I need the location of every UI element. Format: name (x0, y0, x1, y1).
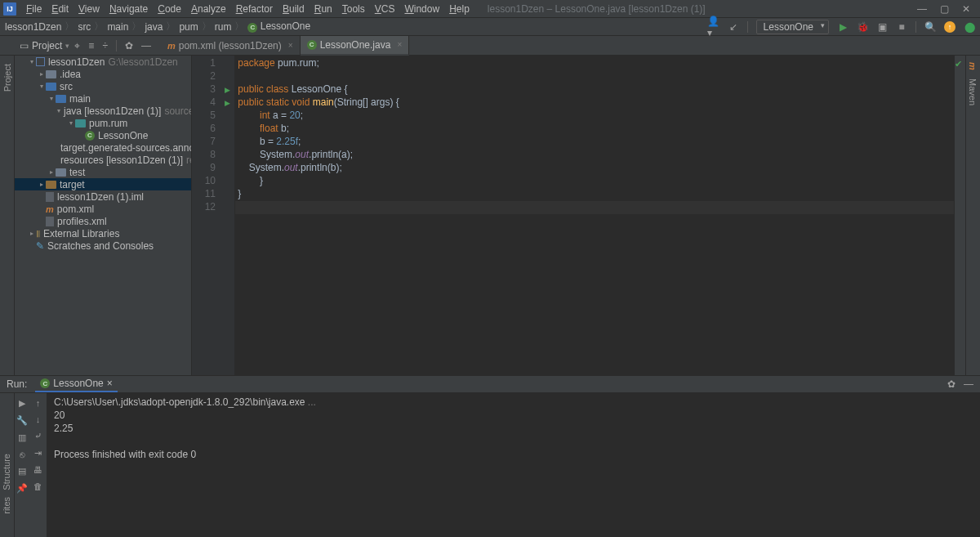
menu-edit[interactable]: Edit (47, 2, 74, 16)
shield-icon[interactable]: ⬤ (964, 21, 975, 33)
dump-icon[interactable]: ▥ (18, 432, 26, 443)
up-icon[interactable]: ↑ (36, 398, 41, 408)
code-line[interactable] (235, 201, 954, 214)
code-line[interactable]: } (235, 175, 954, 188)
close-icon[interactable]: ✕ (962, 3, 970, 15)
code-line[interactable]: System.out.println(a); (235, 149, 954, 162)
menu-navigate[interactable]: Navigate (105, 2, 153, 16)
code-line[interactable] (235, 70, 954, 83)
tree-row[interactable]: resources [lesson1Dzen (1)]resources r (15, 154, 191, 166)
collapse-all-icon[interactable]: ÷ (102, 40, 108, 51)
tree-row[interactable]: ▾main (15, 92, 191, 105)
run-tab[interactable]: C LessonOne × (35, 376, 117, 392)
structure-strip-label[interactable]: Structure (0, 450, 13, 494)
tree-row[interactable]: target.generated-sources.annotation (15, 141, 191, 154)
editor-tab[interactable]: mpom.xml (lesson1Dzen)× (161, 36, 301, 56)
update-icon[interactable]: ↑ (944, 21, 956, 33)
tab-close-icon[interactable]: × (397, 40, 402, 49)
run-gutter[interactable]: ▶▶ (220, 56, 235, 375)
breadcrumb-item[interactable]: lesson1Dzen (5, 21, 61, 33)
scroll-icon[interactable]: ⇥ (34, 448, 42, 459)
menu-build[interactable]: Build (278, 2, 310, 16)
inspection-ok-icon[interactable]: ✔ (955, 59, 962, 69)
tree-row[interactable]: ▾java [lesson1Dzen (1)]sources root (15, 105, 191, 117)
maximize-icon[interactable]: ▢ (940, 3, 949, 15)
tree-row[interactable]: ▾pum.rum (15, 117, 191, 129)
menu-analyze[interactable]: Analyze (186, 2, 231, 16)
run-settings-icon[interactable]: ✿ (947, 378, 956, 390)
code-line[interactable]: public static void main(String[] args) { (235, 96, 954, 110)
layout-icon[interactable]: ▤ (18, 466, 26, 477)
code-line[interactable]: float b; (235, 123, 954, 136)
tab-close-icon[interactable]: × (107, 378, 113, 389)
menu-view[interactable]: View (74, 2, 105, 16)
maven-strip-icon[interactable]: m (966, 60, 979, 72)
exit-icon[interactable]: ⎋ (20, 450, 25, 459)
breadcrumb-item[interactable]: main (107, 21, 128, 33)
print-icon[interactable]: 🖶 (33, 465, 42, 475)
breadcrumb-item[interactable]: src (78, 21, 91, 33)
run-button[interactable]: ▶ (837, 21, 849, 33)
menu-help[interactable]: Help (444, 2, 474, 16)
run-coverage-button[interactable]: ▣ (876, 21, 888, 33)
wrap-icon[interactable]: ⤶ (34, 431, 42, 441)
right-toolwindow-strip: m Maven (965, 56, 980, 375)
settings-icon[interactable]: ✿ (125, 40, 133, 51)
breadcrumb-item[interactable]: C LessonOne (247, 20, 310, 33)
menu-tools[interactable]: Tools (337, 2, 370, 16)
menu-refactor[interactable]: Refactor (231, 2, 278, 16)
git-back-icon[interactable]: ↙ (728, 21, 739, 33)
expand-all-icon[interactable]: ≡ (88, 40, 94, 51)
gutter-run-icon[interactable]: ▶ (225, 86, 230, 94)
menu-file[interactable]: File (21, 2, 47, 16)
run-config-selector[interactable]: LessonOne (756, 20, 829, 34)
pin-icon[interactable]: 📌 (16, 483, 28, 494)
tree-row[interactable]: ▸⫴External Libraries (15, 227, 191, 239)
code-line[interactable]: } (235, 188, 954, 201)
debug-button[interactable]: 🐞 (857, 21, 868, 33)
down-icon[interactable]: ↓ (36, 414, 41, 424)
breadcrumb-item[interactable]: java (145, 21, 163, 33)
project-strip-label[interactable]: Project (2, 64, 12, 92)
tree-row[interactable]: ✎Scratches and Consoles (15, 239, 191, 252)
menu-vcs[interactable]: VCS (370, 2, 400, 16)
menu-window[interactable]: Window (399, 2, 444, 16)
project-tool-label[interactable]: ▭ Project ▾ (15, 40, 74, 51)
user-icon[interactable]: 👤▾ (708, 21, 719, 33)
select-opened-icon[interactable]: ⌖ (74, 40, 80, 51)
window-title: lesson1Dzen – LessonOne.java [lesson1Dze… (488, 3, 706, 15)
code-line[interactable]: package pum.rum; (235, 57, 954, 70)
maven-strip-label[interactable]: Maven (966, 77, 979, 107)
menu-run[interactable]: Run (310, 2, 337, 16)
menu-code[interactable]: Code (153, 2, 186, 16)
breadcrumb-item[interactable]: pum (179, 21, 198, 33)
editor-tab[interactable]: CLessonOne.java× (301, 36, 410, 56)
code-editor[interactable]: 123456789101112 ▶▶ package pum.rum; publ… (192, 56, 965, 375)
run-hide-icon[interactable]: — (964, 378, 973, 390)
code-line[interactable]: public class LessonOne { (235, 83, 954, 96)
tree-row[interactable]: lesson1Dzen (1).iml (15, 190, 191, 203)
stop-button[interactable]: ■ (896, 21, 907, 33)
console-output[interactable]: C:\Users\User\.jdks\adopt-openjdk-1.8.0_… (47, 393, 980, 537)
tab-close-icon[interactable]: × (288, 41, 293, 50)
project-tree[interactable]: ▾lesson1DzenG:\lesson1Dzen▸.idea▾src▾mai… (15, 56, 192, 375)
rerun-icon[interactable]: ▶ (19, 398, 25, 409)
wrench-icon[interactable]: 🔧 (16, 415, 28, 426)
tree-row[interactable]: profiles.xml (15, 215, 191, 227)
code-line[interactable]: int a = 20; (235, 110, 954, 123)
tree-row[interactable]: ▸.idea (15, 68, 191, 80)
tree-row[interactable]: mpom.xml (15, 203, 191, 215)
tree-row[interactable]: ▾lesson1DzenG:\lesson1Dzen (15, 56, 191, 68)
code-line[interactable]: b = 2.25f; (235, 136, 954, 149)
tree-row[interactable]: ▾src (15, 80, 191, 92)
minimize-icon[interactable]: — (917, 3, 927, 15)
tree-row[interactable]: CLessonOne (15, 129, 191, 141)
tree-row[interactable]: ▸test (15, 166, 191, 178)
tree-row[interactable]: ▸target (15, 178, 191, 190)
search-icon[interactable]: 🔍 (924, 21, 936, 33)
breadcrumb-item[interactable]: rum (215, 21, 232, 33)
hide-icon[interactable]: — (141, 40, 151, 51)
code-line[interactable]: System.out.println(b); (235, 162, 954, 175)
gutter-run-icon[interactable]: ▶ (225, 99, 230, 107)
trash-icon[interactable]: 🗑 (33, 481, 42, 491)
